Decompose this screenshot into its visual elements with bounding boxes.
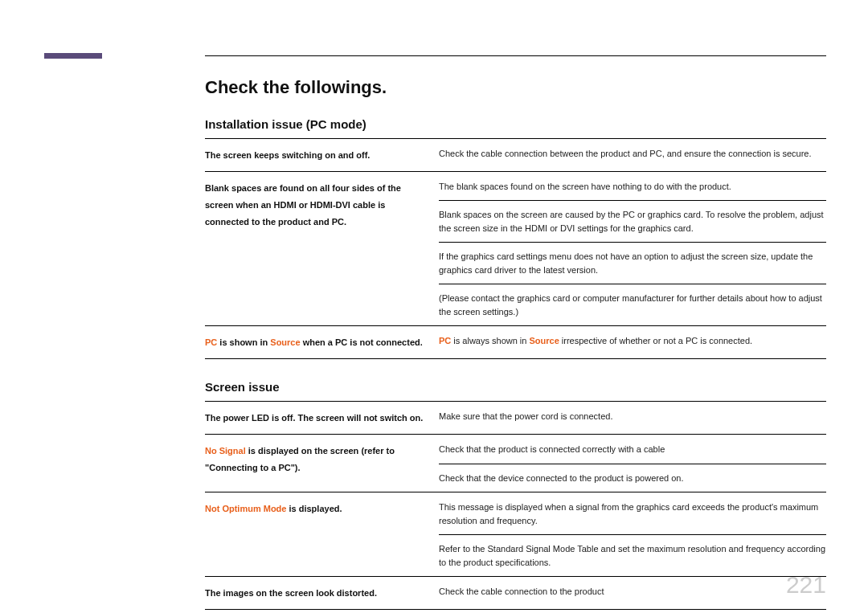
table-row: No Signal is displayed on the screen (re… xyxy=(205,435,826,492)
issue-cell: Blank spaces are found on all four sides… xyxy=(205,173,439,326)
text-segment: The images on the screen look distorted. xyxy=(205,588,377,598)
solution-text: Check the cable connection to the produc… xyxy=(439,578,826,606)
issue-text: PC is shown in Source when a PC is not c… xyxy=(205,334,431,351)
text-segment: is always shown in xyxy=(451,336,529,345)
solution-text: Blank spaces on the screen are caused by… xyxy=(439,201,826,243)
solution-text: Refer to the Standard Signal Mode Table … xyxy=(439,535,826,576)
table-row: The screen keeps switching on and off.Ch… xyxy=(205,139,826,172)
solution-text: (Please contact the graphics card or com… xyxy=(439,284,826,325)
text-segment: Blank spaces are found on all four sides… xyxy=(205,183,401,227)
section: Screen issueThe power LED is off. The sc… xyxy=(205,380,826,610)
page-number: 221 xyxy=(786,571,826,599)
text-segment: is shown in xyxy=(217,337,270,347)
issue-text: The power LED is off. The screen will no… xyxy=(205,410,431,427)
solution-text: Check that the product is connected corr… xyxy=(439,435,826,464)
solution-text: If the graphics card settings menu does … xyxy=(439,243,826,284)
issue-cell: Not Optimum Mode is displayed. xyxy=(205,493,439,576)
table-row: PC is shown in Source when a PC is not c… xyxy=(205,326,826,359)
issue-cell: PC is shown in Source when a PC is not c… xyxy=(205,327,439,358)
main-title: Check the followings. xyxy=(205,77,826,98)
highlight-text: PC xyxy=(205,337,217,347)
solution-cell: Check the cable connection to the produc… xyxy=(439,578,826,609)
issue-cell: The power LED is off. The screen will no… xyxy=(205,403,439,434)
highlight-text: Source xyxy=(270,337,300,347)
solution-cell: Check the cable connection between the p… xyxy=(439,140,826,171)
solution-cell: Check that the product is connected corr… xyxy=(439,435,826,492)
accent-bar xyxy=(44,53,102,59)
solution-cell: The blank spaces found on the screen hav… xyxy=(439,173,826,326)
solution-cell: Make sure that the power cord is connect… xyxy=(439,403,826,434)
solution-text: The blank spaces found on the screen hav… xyxy=(439,173,826,202)
solution-text: Check that the device connected to the p… xyxy=(439,464,826,492)
text-segment: when a PC is not connected. xyxy=(301,337,423,347)
text-segment: The power LED is off. The screen will no… xyxy=(205,413,423,423)
solution-text: Check the cable connection between the p… xyxy=(439,140,826,168)
solution-text: This message is displayed when a signal … xyxy=(439,493,826,535)
table-row: Not Optimum Mode is displayed.This messa… xyxy=(205,492,826,577)
solution-cell: PC is always shown in Source irrespectiv… xyxy=(439,327,826,358)
table-row: The power LED is off. The screen will no… xyxy=(205,402,826,435)
solution-text: PC is always shown in Source irrespectiv… xyxy=(439,327,826,355)
sections-container: Installation issue (PC mode)The screen k… xyxy=(205,117,826,610)
issue-cell: No Signal is displayed on the screen (re… xyxy=(205,435,439,492)
text-segment: The screen keeps switching on and off. xyxy=(205,150,370,160)
highlight-text: Source xyxy=(530,336,559,345)
section: Installation issue (PC mode)The screen k… xyxy=(205,117,826,359)
section-title: Installation issue (PC mode) xyxy=(205,117,826,131)
highlight-text: No Signal xyxy=(205,446,246,456)
solution-text: Make sure that the power cord is connect… xyxy=(439,403,826,431)
issue-cell: The screen keeps switching on and off. xyxy=(205,140,439,171)
issue-text: Not Optimum Mode is displayed. xyxy=(205,501,431,517)
table-row: Blank spaces are found on all four sides… xyxy=(205,172,826,327)
text-segment: irrespective of whether or not a PC is c… xyxy=(559,336,752,345)
section-title: Screen issue xyxy=(205,380,826,394)
text-segment: is displayed. xyxy=(286,504,342,513)
issue-text: No Signal is displayed on the screen (re… xyxy=(205,443,431,476)
top-rule xyxy=(205,55,826,56)
solution-cell: This message is displayed when a signal … xyxy=(439,493,826,576)
issue-text: Blank spaces are found on all four sides… xyxy=(205,180,431,231)
highlight-text: Not Optimum Mode xyxy=(205,504,286,513)
issue-text: The images on the screen look distorted. xyxy=(205,585,431,602)
highlight-text: PC xyxy=(439,336,451,345)
issue-text: The screen keeps switching on and off. xyxy=(205,147,431,164)
page-content: Check the followings. Installation issue… xyxy=(205,77,826,613)
issue-cell: The images on the screen look distorted. xyxy=(205,578,439,609)
table-row: The images on the screen look distorted.… xyxy=(205,577,826,610)
